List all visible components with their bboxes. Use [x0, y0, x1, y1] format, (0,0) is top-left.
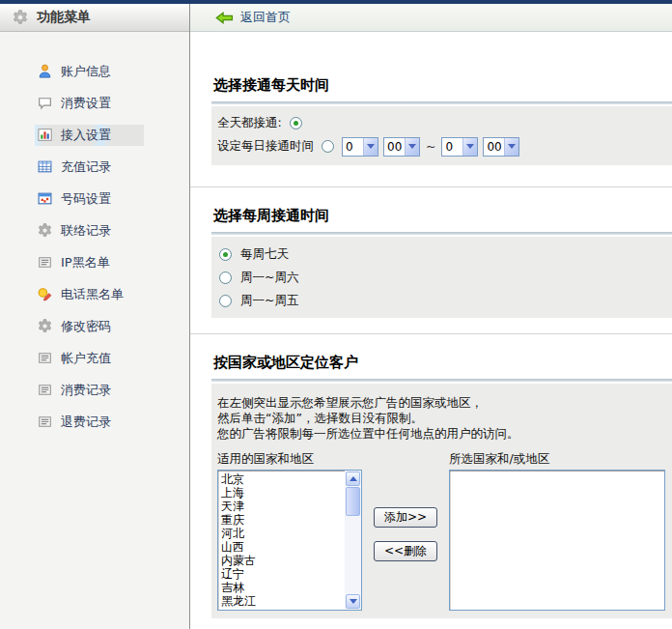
chevron-down-icon: [350, 599, 357, 604]
sidebar-item-label: 消费设置: [61, 95, 111, 112]
all-day-row: 全天都接通:: [217, 112, 666, 133]
chevron-up-icon: [350, 476, 357, 481]
select-value: 0: [442, 138, 462, 156]
weekly-option-radio[interactable]: [219, 295, 232, 307]
sidebar-item-label: 联络记录: [61, 222, 111, 240]
section-daily-time: 选择接通每天时间 全天都接通: 设定每日接通时间 000~000: [211, 32, 672, 165]
title-divider: [211, 379, 672, 382]
back-home-link[interactable]: 返回首页: [215, 9, 291, 26]
gear-icon: [12, 9, 29, 26]
sidebar-header: 功能菜单: [0, 4, 189, 32]
sidebar-item[interactable]: 帐户充值: [0, 342, 189, 374]
weekly-option-row: 每周七天: [217, 243, 666, 266]
weekly-option-label: 周一~周六: [240, 270, 298, 286]
sidebar-item[interactable]: 充值记录: [0, 151, 189, 183]
remove-button[interactable]: <<删除: [374, 541, 437, 561]
document-icon: [37, 414, 53, 430]
sidebar-item[interactable]: 消费设置: [0, 87, 189, 119]
available-list-label: 适用的国家和地区: [217, 451, 362, 467]
sidebar-item-inner: 帐户充值: [35, 348, 144, 369]
time-select[interactable]: 00: [483, 137, 519, 157]
available-column: 适用的国家和地区 北京上海天津重庆河北山西内蒙古辽宁吉林黑龙江: [217, 451, 362, 611]
bar-chart-icon: [37, 127, 53, 143]
sidebar-item-label: 消费记录: [61, 382, 111, 399]
sidebar-item-inner: 联络记录: [35, 220, 144, 242]
weekly-option-radio[interactable]: [219, 248, 232, 261]
weekly-option-row: 周一~周六: [217, 266, 666, 289]
list-item[interactable]: 内蒙古: [218, 554, 345, 567]
sidebar-item[interactable]: 联络记录: [0, 214, 189, 246]
list-item[interactable]: 北京: [218, 472, 345, 486]
weekly-option-radio[interactable]: [219, 272, 232, 284]
sidebar-item-inner: 退费记录: [35, 412, 144, 433]
selected-listbox[interactable]: [449, 470, 665, 611]
back-arrow-icon: [215, 11, 234, 25]
phone-edit-icon: [37, 286, 53, 302]
sidebar-menu: 账户信息消费设置接入设置充值记录号码设置联络记录IP黑名单电话黑名单修改密码帐户…: [0, 32, 189, 438]
selected-column: 所选国家和/或地区: [449, 451, 665, 611]
listbox-scrollbar[interactable]: [345, 471, 361, 610]
document-icon: [37, 382, 53, 398]
list-item[interactable]: 黑龙江: [218, 594, 345, 608]
list-item[interactable]: 上海: [218, 486, 345, 500]
list-item[interactable]: 天津: [218, 500, 345, 513]
sidebar-item[interactable]: IP黑名单: [0, 246, 189, 278]
scrollbar-thumb[interactable]: [346, 487, 360, 516]
document-icon: [37, 350, 53, 366]
selected-list-label: 所选国家和/或地区: [449, 451, 665, 467]
daily-selects: 000~000: [342, 137, 519, 157]
speech-bubble-icon: [37, 95, 53, 111]
available-listbox[interactable]: 北京上海天津重庆河北山西内蒙古辽宁吉林黑龙江: [217, 470, 362, 611]
list-item[interactable]: 辽宁: [218, 567, 345, 581]
weekly-option-row: 周一~周五: [217, 289, 666, 312]
time-select[interactable]: 00: [383, 137, 420, 157]
all-day-label: 全天都接通:: [217, 115, 282, 131]
sidebar-item[interactable]: 号码设置: [0, 183, 189, 214]
set-daily-time-label: 设定每日接通时间: [217, 138, 314, 155]
sidebar-item-inner: 充值记录: [35, 157, 144, 178]
region-section-title: 按国家或地区定位客户: [211, 334, 672, 379]
set-daily-time-row: 设定每日接通时间 000~000: [217, 133, 666, 159]
list-item[interactable]: 河北: [218, 527, 345, 540]
sidebar-item-inner: 消费记录: [35, 380, 144, 401]
gear-icon: [37, 222, 53, 239]
table-icon: [37, 158, 53, 175]
daily-panel: 全天都接通: 设定每日接通时间 000~000: [211, 106, 672, 165]
calendar-grid-icon: [37, 190, 53, 207]
gear-icon: [37, 318, 53, 334]
scrollbar-track[interactable]: [346, 516, 360, 594]
sidebar-item[interactable]: 修改密码: [0, 310, 189, 342]
add-button[interactable]: 添加>>: [374, 507, 437, 528]
sidebar-item-label: 账户信息: [61, 63, 111, 80]
time-select[interactable]: 0: [342, 137, 378, 157]
sidebar-item-inner: 账户信息: [35, 61, 144, 82]
settings-content: 选择接通每天时间 全天都接通: 设定每日接通时间 000~000 选择每: [190, 32, 672, 618]
time-select[interactable]: 0: [441, 137, 478, 157]
sidebar-item[interactable]: 电话黑名单: [0, 278, 189, 310]
weekly-section-title: 选择每周接通时间: [211, 187, 672, 232]
main-header: 返回首页: [190, 4, 672, 32]
title-divider: [211, 232, 672, 235]
set-daily-time-radio[interactable]: [322, 140, 334, 153]
all-day-radio[interactable]: [290, 117, 302, 129]
user-icon: [37, 63, 53, 79]
sidebar-item-label: 帐户充值: [61, 350, 111, 367]
sidebar: 功能菜单 账户信息消费设置接入设置充值记录号码设置联络记录IP黑名单电话黑名单修…: [0, 4, 190, 629]
sidebar-item[interactable]: 退费记录: [0, 406, 189, 438]
chevron-down-icon: [462, 138, 477, 156]
sidebar-item[interactable]: 消费记录: [0, 374, 189, 406]
sidebar-item-label: 电话黑名单: [61, 286, 124, 303]
sidebar-item[interactable]: 接入设置: [0, 119, 189, 151]
back-home-label: 返回首页: [240, 9, 291, 26]
sidebar-item[interactable]: 账户信息: [0, 55, 189, 87]
weekly-options: 每周七天周一~周六周一~周五: [217, 243, 666, 312]
available-listbox-items: 北京上海天津重庆河北山西内蒙古辽宁吉林黑龙江: [218, 471, 345, 610]
region-panel: 在左侧突出显示您希望展示您广告的国家或地区， 然后单击“添加”，选择数目没有限制…: [211, 384, 672, 618]
scroll-up-button[interactable]: [346, 472, 360, 486]
sidebar-item-inner: 修改密码: [35, 316, 144, 337]
list-item[interactable]: 重庆: [218, 513, 345, 527]
list-item[interactable]: 山西: [218, 540, 345, 554]
list-item[interactable]: 吉林: [218, 581, 345, 594]
main-area: 返回首页 选择接通每天时间 全天都接通: 设定每日接通时间 000~000: [190, 4, 672, 629]
scroll-down-button[interactable]: [346, 594, 360, 609]
